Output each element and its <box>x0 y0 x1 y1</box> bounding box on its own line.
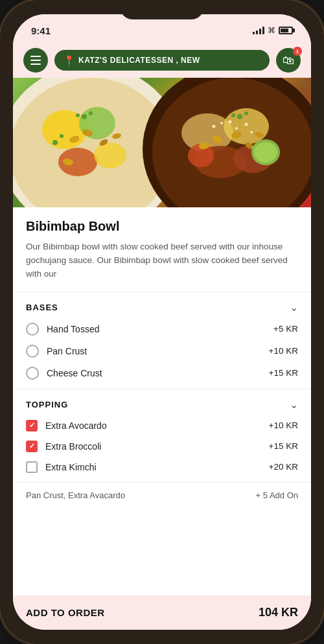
svg-point-34 <box>250 131 253 133</box>
topping-section-header[interactable]: TOPPING ⌄ <box>26 398 298 411</box>
topping-title: TOPPING <box>26 400 68 409</box>
svg-point-32 <box>235 127 238 130</box>
svg-point-29 <box>213 125 216 128</box>
bases-option-cheese-crust[interactable]: Cheese Crust +15 KR <box>26 367 298 380</box>
topping-chevron-icon: ⌄ <box>290 398 298 411</box>
svg-point-37 <box>231 113 235 117</box>
status-time: 9:41 <box>31 25 51 36</box>
kimchi-checkbox[interactable] <box>26 461 38 473</box>
svg-point-16 <box>52 140 58 145</box>
svg-point-5 <box>94 143 126 168</box>
add-to-order-button[interactable]: ADD TO ORDER <box>26 607 105 618</box>
bases-option-list: Hand Tossed +5 KR Pan Crust +10 KR Chees… <box>26 323 298 380</box>
menu-button[interactable] <box>23 48 48 73</box>
topping-section: TOPPING ⌄ Extra Avocardo +10 KR Extra Br… <box>13 389 311 482</box>
pan-crust-label: Pan Crust <box>47 346 261 356</box>
avocardo-label: Extra Avocardo <box>45 420 261 431</box>
topping-option-kimchi[interactable]: Extra Kimchi +20 KR <box>26 461 298 473</box>
cheese-crust-radio[interactable] <box>26 367 39 380</box>
content-area: Bibimbap Bowl Our Bibimbap bowl with slo… <box>13 207 311 595</box>
notch <box>120 0 204 19</box>
svg-point-33 <box>245 123 248 126</box>
bases-option-pan-crust[interactable]: Pan Crust +10 KR <box>26 345 298 358</box>
pan-crust-radio[interactable] <box>26 345 39 358</box>
kimchi-price: +20 KR <box>269 462 298 472</box>
bases-section-header[interactable]: BASES ⌄ <box>26 301 298 314</box>
cart-badge: 1 <box>293 47 302 56</box>
broccoli-checkbox[interactable] <box>26 441 38 452</box>
product-title: Bibimbap Bowl <box>26 219 298 234</box>
hand-tossed-label: Hand Tossed <box>47 324 266 334</box>
bottom-bar: ADD TO ORDER 104 KR <box>13 595 311 630</box>
hero-image <box>13 78 311 207</box>
location-pin-icon: 📍 <box>64 55 75 65</box>
hand-tossed-radio[interactable] <box>26 323 39 336</box>
broccoli-label: Extra Broccoli <box>45 441 261 452</box>
status-icons: ⌘ <box>253 26 293 35</box>
nav-bar: 📍 KATZ'S DELICATESSEN , NEW 🛍 1 <box>13 43 311 78</box>
wifi-icon: ⌘ <box>268 26 275 35</box>
bases-chevron-icon: ⌄ <box>290 301 298 314</box>
svg-point-31 <box>229 121 232 124</box>
cheese-crust-price: +15 KR <box>269 368 298 378</box>
svg-point-36 <box>244 111 248 115</box>
svg-point-12 <box>82 114 87 119</box>
hand-tossed-price: +5 KR <box>273 324 298 334</box>
topping-option-avocardo[interactable]: Extra Avocardo +10 KR <box>26 420 298 431</box>
summary-selection: Pan Crust, Extra Avacardo <box>26 490 125 500</box>
phone-frame: 9:41 ⌘ 📍 KATZ'S DELICATESSEN , NEW <box>0 0 324 644</box>
cart-button[interactable]: 🛍 1 <box>276 48 301 73</box>
product-section: Bibimbap Bowl Our Bibimbap bowl with slo… <box>13 207 311 281</box>
bases-section: BASES ⌄ Hand Tossed +5 KR Pan Crust +10 … <box>13 292 311 389</box>
cheese-crust-label: Cheese Crust <box>47 368 261 378</box>
pan-crust-price: +10 KR <box>269 346 298 356</box>
total-price: 104 KR <box>259 606 298 619</box>
phone-screen: 9:41 ⌘ 📍 KATZ'S DELICATESSEN , NEW <box>13 14 311 630</box>
topping-option-list: Extra Avocardo +10 KR Extra Broccoli +15… <box>26 420 298 473</box>
broccoli-price: +15 KR <box>269 441 298 451</box>
svg-point-15 <box>60 134 64 138</box>
product-description: Our Bibimbap bowl with slow cooked beef … <box>26 240 298 281</box>
signal-icon <box>253 27 264 34</box>
summary-addon: + 5 Add On <box>256 490 298 500</box>
svg-point-13 <box>89 111 93 115</box>
svg-point-14 <box>76 113 80 117</box>
cart-icon: 🛍 <box>283 54 294 67</box>
bases-title: BASES <box>26 303 58 312</box>
svg-point-39 <box>254 142 277 163</box>
location-text: KATZ'S DELICATESSEN , NEW <box>78 56 200 65</box>
bases-option-hand-tossed[interactable]: Hand Tossed +5 KR <box>26 323 298 336</box>
location-pill[interactable]: 📍 KATZ'S DELICATESSEN , NEW <box>54 50 270 71</box>
summary-bar: Pan Crust, Extra Avacardo + 5 Add On <box>13 482 311 508</box>
svg-point-30 <box>220 122 223 124</box>
avocardo-price: +10 KR <box>269 420 298 430</box>
battery-icon <box>279 27 293 34</box>
topping-option-broccoli[interactable]: Extra Broccoli +15 KR <box>26 441 298 452</box>
svg-point-35 <box>237 114 242 119</box>
avocardo-checkbox[interactable] <box>26 420 38 431</box>
kimchi-label: Extra Kimchi <box>45 462 261 472</box>
